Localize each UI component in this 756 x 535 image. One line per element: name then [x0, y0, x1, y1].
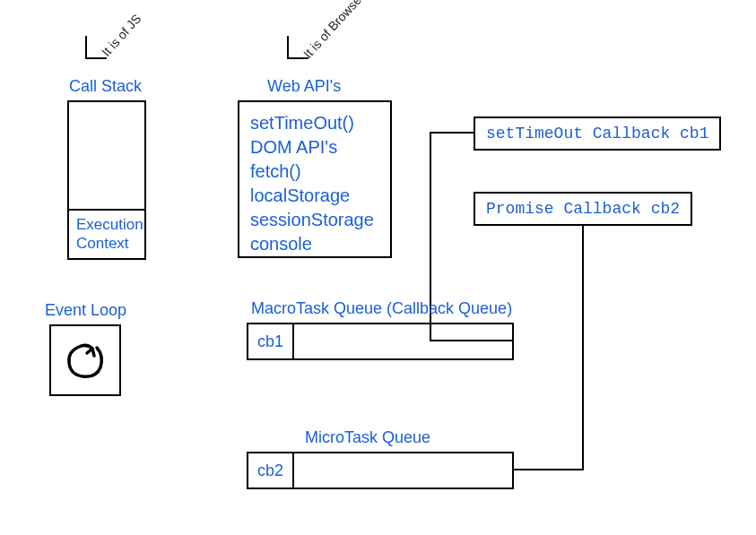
microtask-queue-item: cb2: [248, 453, 294, 488]
macrotask-queue-box: cb1: [247, 323, 514, 360]
microtask-queue-box: cb2: [247, 452, 514, 489]
macrotask-queue-item: cb1: [248, 324, 294, 358]
macrotask-queue-title: MacroTask Queue (Callback Queue): [251, 299, 512, 318]
microtask-queue-title: MicroTask Queue: [305, 428, 430, 447]
